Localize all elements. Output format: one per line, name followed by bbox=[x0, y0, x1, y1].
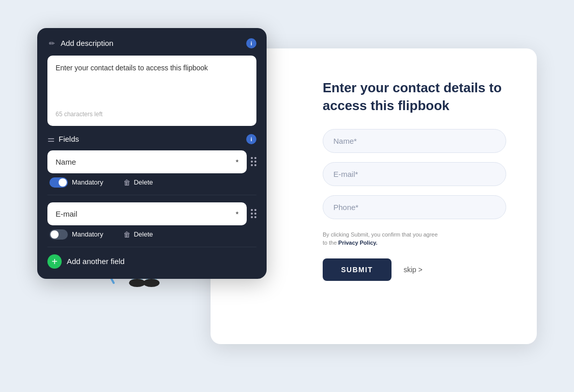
drag-dot bbox=[251, 161, 253, 163]
panel-header: ✏ Add description i bbox=[47, 38, 256, 48]
field-box-name: Name * bbox=[47, 150, 247, 173]
pencil-icon: ✏ bbox=[47, 39, 57, 48]
field-row-email: E-mail * bbox=[47, 202, 256, 240]
mandatory-toggle-email: Mandatory bbox=[49, 229, 103, 240]
form-title: Enter your contact details to access thi… bbox=[323, 79, 506, 115]
svg-point-15 bbox=[129, 279, 145, 287]
description-textarea[interactable]: Enter your contact details to access thi… bbox=[56, 64, 248, 104]
left-panel: ✏ Add description i Enter your contact d… bbox=[37, 28, 267, 279]
add-field-icon: + bbox=[47, 254, 62, 269]
field-email-asterisk: * bbox=[236, 210, 239, 218]
submit-button[interactable]: SUBMIT bbox=[323, 258, 392, 281]
fields-icon: ⚌ bbox=[47, 134, 55, 144]
drag-dot bbox=[251, 209, 253, 211]
drag-dot bbox=[254, 209, 256, 211]
panel-title: Add description bbox=[61, 39, 113, 47]
field-input-row-email: E-mail * bbox=[47, 202, 256, 225]
phone-input[interactable] bbox=[323, 195, 506, 219]
mandatory-toggle-switch-name[interactable] bbox=[49, 177, 68, 188]
name-input[interactable] bbox=[323, 129, 506, 153]
submit-row: SUBMIT skip > bbox=[323, 258, 506, 281]
privacy-policy-link[interactable]: Privacy Policy. bbox=[338, 240, 378, 246]
divider-2 bbox=[47, 247, 256, 247]
fields-info-icon[interactable]: i bbox=[246, 134, 256, 144]
drag-handle-email[interactable] bbox=[251, 209, 256, 218]
field-input-row-name: Name * bbox=[47, 150, 256, 173]
chars-left: 65 characters left bbox=[56, 111, 248, 118]
field-name-label: Name bbox=[56, 158, 76, 166]
fields-header: ⚌ Fields i bbox=[47, 134, 256, 144]
privacy-text: By clicking Submit, you confirm that you… bbox=[323, 230, 506, 247]
info-icon[interactable]: i bbox=[246, 38, 256, 48]
drag-dot bbox=[251, 157, 253, 159]
field-name-asterisk: * bbox=[236, 158, 239, 166]
mandatory-label-name: Mandatory bbox=[72, 178, 103, 186]
drag-dot bbox=[254, 213, 256, 215]
fields-header-left: ⚌ Fields bbox=[47, 134, 79, 144]
drag-dot bbox=[254, 161, 256, 163]
delete-label-name: Delete bbox=[134, 178, 153, 186]
delete-button-email[interactable]: 🗑 Delete bbox=[123, 230, 153, 239]
add-field-label: Add another field bbox=[67, 257, 124, 266]
mandatory-toggle-name: Mandatory bbox=[49, 177, 103, 188]
field-controls-name: Mandatory 🗑 Delete bbox=[47, 177, 256, 188]
drag-dot bbox=[251, 213, 253, 215]
drag-dot bbox=[251, 164, 253, 166]
email-input[interactable] bbox=[323, 162, 506, 186]
trash-icon-email: 🗑 bbox=[123, 230, 131, 239]
trash-icon-name: 🗑 bbox=[123, 178, 131, 187]
mandatory-label-email: Mandatory bbox=[72, 230, 103, 238]
drag-handle-name[interactable] bbox=[251, 157, 256, 166]
fields-title: Fields bbox=[59, 135, 79, 143]
drag-dot bbox=[254, 216, 256, 218]
svg-point-16 bbox=[143, 279, 160, 287]
field-row-name: Name * bbox=[47, 150, 256, 188]
panel-header-left: ✏ Add description bbox=[47, 39, 113, 48]
delete-button-name[interactable]: 🗑 Delete bbox=[123, 178, 153, 187]
field-controls-email: Mandatory 🗑 Delete bbox=[47, 229, 256, 240]
field-box-email: E-mail * bbox=[47, 202, 247, 225]
drag-dot bbox=[254, 157, 256, 159]
add-field-row[interactable]: + Add another field bbox=[47, 254, 256, 269]
delete-label-email: Delete bbox=[134, 230, 153, 238]
divider-1 bbox=[47, 195, 256, 195]
field-email-label: E-mail bbox=[56, 210, 77, 218]
skip-link[interactable]: skip > bbox=[404, 266, 423, 274]
drag-dot bbox=[254, 164, 256, 166]
description-area: Enter your contact details to access thi… bbox=[47, 56, 256, 126]
mandatory-toggle-switch-email[interactable] bbox=[49, 229, 68, 240]
drag-dot bbox=[251, 216, 253, 218]
